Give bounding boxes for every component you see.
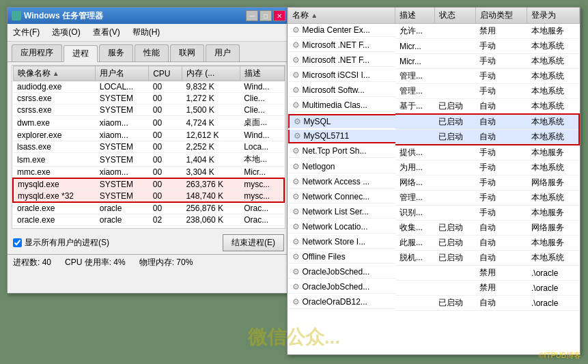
svc-cell-12-3: 本地服务 <box>527 206 579 221</box>
process-cell-3-1: xiaom... <box>96 116 149 130</box>
service-row[interactable]: ⚙OracleJobSched...禁用.\oracle <box>288 281 580 296</box>
service-row[interactable]: ⚙Microsoft .NET F...Micr...手动本地系统 <box>288 39 580 54</box>
show-all-users-label[interactable]: 显示所有用户的进程(S) <box>13 237 109 249</box>
svc-cell-8-3: 本地服务 <box>527 145 579 160</box>
service-row[interactable]: ⚙Multimedia Clas...基于...已启动自动本地系统 <box>288 99 580 115</box>
process-row[interactable]: lsass.exeSYSTEM002,252 KLoca... <box>13 141 284 153</box>
process-cell-6-3: 1,404 K <box>182 153 240 167</box>
svc-cell-4-0: 管理... <box>395 84 434 99</box>
process-row[interactable]: oracle.exeoracle00256,876 KOrac... <box>13 202 284 214</box>
service-row[interactable]: ⚙Microsoft Softw...管理...手动本地系统 <box>288 84 580 99</box>
svc-cell-6-1: 已启动 <box>434 114 475 130</box>
svc-cell-12-2: 手动 <box>475 206 527 221</box>
maximize-button[interactable]: □ <box>260 10 272 21</box>
tab-processes[interactable]: 进程 <box>64 45 98 62</box>
close-button[interactable]: ✕ <box>273 10 285 21</box>
menu-file[interactable]: 文件(F) <box>10 25 42 40</box>
svc-col-status[interactable]: 状态 <box>434 8 475 24</box>
service-row[interactable]: ⚙Microsoft .NET F...Micr...手动本地系统 <box>288 54 580 69</box>
process-row[interactable]: oradim.exeoracle003,868 KOrac... <box>13 226 284 229</box>
svc-cell-6-3: 本地系统 <box>527 114 579 130</box>
col-header-desc[interactable]: 描述 <box>240 66 284 81</box>
svc-col-starttype[interactable]: 启动类型 <box>475 8 527 24</box>
tab-performance[interactable]: 性能 <box>135 44 169 61</box>
col-header-cpu[interactable]: CPU <box>149 66 182 81</box>
bottom-controls: 显示所有用户的进程(S) 结束进程(E) <box>8 232 290 254</box>
show-all-users-checkbox[interactable] <box>13 238 22 247</box>
minimize-button[interactable]: ─ <box>246 10 258 21</box>
process-cell-2-3: 1,500 K <box>182 104 240 116</box>
process-row[interactable]: csrss.exeSYSTEM001,272 KClie... <box>13 93 284 104</box>
gear-icon: ⚙ <box>294 131 301 141</box>
process-cell-9-1: SYSTEM <box>96 191 149 203</box>
service-row[interactable]: ⚙Network List Ser...识别...手动本地服务 <box>288 206 580 221</box>
process-cell-0-1: LOCAL... <box>96 81 149 93</box>
process-row[interactable]: dwm.exexiaom...004,724 K桌面... <box>13 116 284 130</box>
process-cell-11-1: oracle <box>96 214 149 226</box>
process-cell-9-3: 148,740 K <box>182 191 240 203</box>
process-cell-11-0: oracle.exe <box>13 214 96 226</box>
process-cell-0-4: Wind... <box>240 81 284 93</box>
service-row[interactable]: ⚙Network Connec...管理...手动本地系统 <box>288 191 580 206</box>
process-cell-4-3: 12,612 K <box>182 130 240 141</box>
process-row[interactable]: mysqld.exeSYSTEM00263,376 Kmysc... <box>13 178 284 191</box>
svc-name-8: ⚙Net.Tcp Port Sh... <box>288 145 395 158</box>
process-row[interactable]: audiodg.exeLOCAL...009,832 KWind... <box>13 81 284 93</box>
show-all-users-text: 显示所有用户的进程(S) <box>25 237 109 249</box>
menu-options[interactable]: 选项(O) <box>49 25 83 40</box>
service-row[interactable]: ⚙Netlogon为用...手动本地系统 <box>288 160 580 176</box>
service-row[interactable]: ⚙Net.Tcp Port Sh...提供...手动本地服务 <box>288 145 580 160</box>
services-scroll-area[interactable]: 名称 ▲ 描述 状态 启动类型 登录为 ⚙Media Center Ex...允… <box>288 8 580 354</box>
process-cell-9-4: mysc... <box>240 191 284 203</box>
service-row[interactable]: ⚙Media Center Ex...允许...禁用本地服务 <box>288 24 580 39</box>
process-cell-11-2: 02 <box>149 214 182 226</box>
gear-icon: ⚙ <box>292 177 300 186</box>
menu-help[interactable]: 帮助(H) <box>130 25 163 40</box>
service-row[interactable]: ⚙MySQL已启动自动本地系统 <box>288 114 580 130</box>
process-row[interactable]: explorer.exexiaom...0012,612 KWind... <box>13 130 284 141</box>
service-row[interactable]: ⚙OracleJobSched...禁用.\oracle <box>288 266 580 281</box>
service-row[interactable]: ⚙Network Access ...网络...手动网络服务 <box>288 176 580 191</box>
tab-users[interactable]: 用户 <box>206 44 240 61</box>
service-row[interactable]: ⚙Microsoft iSCSI I...管理...手动本地系统 <box>288 69 580 84</box>
process-row[interactable]: mysqld.exe *32SYSTEM00148,740 Kmysc... <box>13 191 284 203</box>
process-cell-1-4: Clie... <box>240 93 284 104</box>
svc-col-logon[interactable]: 登录为 <box>527 8 579 24</box>
tab-network[interactable]: 联网 <box>170 44 204 61</box>
process-cell-8-2: 00 <box>149 178 182 191</box>
menu-view[interactable]: 查看(V) <box>90 25 123 40</box>
process-row[interactable]: oracle.exeoracle02238,060 KOrac... <box>13 214 284 226</box>
tab-applications[interactable]: 应用程序 <box>12 44 62 61</box>
process-scroll-area[interactable]: 映像名称 ▲ 用户名 CPU 内存 (... 描述 audiodg.exeLOC… <box>12 66 285 228</box>
svc-name-5: ⚙Multimedia Clas... <box>288 99 395 112</box>
svc-name-text: MySQL5711 <box>304 131 350 141</box>
process-cell-10-3: 256,876 K <box>182 202 240 214</box>
process-cell-6-4: 本地... <box>240 153 284 167</box>
process-cell-4-0: explorer.exe <box>13 130 96 141</box>
col-header-name[interactable]: 映像名称 ▲ <box>13 66 96 81</box>
process-table: 映像名称 ▲ 用户名 CPU 内存 (... 描述 audiodg.exeLOC… <box>12 66 285 228</box>
process-cell-0-2: 00 <box>149 81 182 93</box>
service-row[interactable]: ⚙Network Locatio...收集...已启动自动网络服务 <box>288 221 580 236</box>
col-header-mem[interactable]: 内存 (... <box>182 66 240 81</box>
service-row[interactable]: ⚙MySQL5711已启动自动本地系统 <box>288 130 580 145</box>
process-row[interactable]: lsm.exeSYSTEM001,404 K本地... <box>13 153 284 167</box>
svc-cell-3-0: 管理... <box>395 69 434 84</box>
service-row[interactable]: ⚙Network Store I...此服...已启动自动本地服务 <box>288 236 580 251</box>
svc-cell-1-2: 手动 <box>475 39 527 54</box>
gear-icon: ⚙ <box>292 100 300 110</box>
col-header-user[interactable]: 用户名 <box>96 66 149 81</box>
service-row[interactable]: ⚙OracleOraDB12...已启动自动.\oracle <box>288 296 580 311</box>
tab-services[interactable]: 服务 <box>99 44 133 61</box>
end-process-button[interactable]: 结束进程(E) <box>223 234 284 251</box>
svc-cell-18-1: 已启动 <box>434 296 475 311</box>
process-row[interactable]: csrss.exeSYSTEM001,500 KClie... <box>13 104 284 116</box>
process-row[interactable]: mmc.exexiaom...003,304 KMicr... <box>13 167 284 179</box>
services-table: 名称 ▲ 描述 状态 启动类型 登录为 ⚙Media Center Ex...允… <box>288 8 580 311</box>
svc-col-name[interactable]: 名称 ▲ <box>288 8 395 24</box>
svc-cell-11-2: 手动 <box>475 191 527 206</box>
svc-col-desc[interactable]: 描述 <box>395 8 434 24</box>
service-row[interactable]: ⚙Offline Files脱机...已启动自动本地系统 <box>288 251 580 266</box>
process-cell-1-3: 1,272 K <box>182 93 240 104</box>
svc-name-13: ⚙Network Locatio... <box>288 221 395 234</box>
